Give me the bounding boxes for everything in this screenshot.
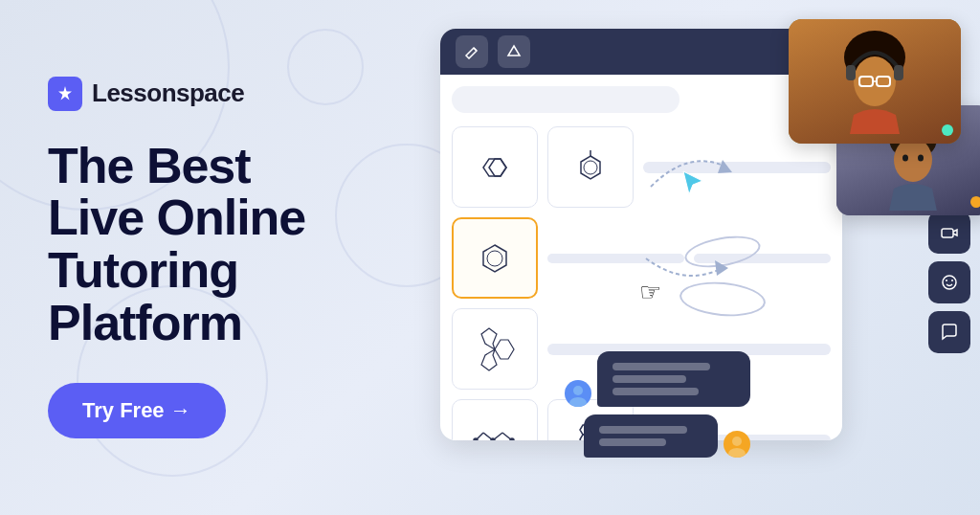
svg-point-27 (728, 448, 746, 458)
cell-molecule-5 (452, 399, 538, 440)
chat-line-2 (612, 375, 686, 383)
star-icon (55, 83, 76, 104)
svg-marker-9 (481, 349, 497, 370)
chat-line-3 (612, 388, 699, 395)
svg-marker-1 (508, 46, 520, 56)
svg-rect-31 (894, 65, 903, 80)
svg-rect-41 (942, 229, 953, 237)
svg-point-42 (943, 276, 956, 289)
chat-toolbar-btn[interactable] (928, 311, 970, 353)
headline-line2: Live Online (48, 190, 305, 245)
svg-point-36 (894, 138, 932, 182)
cursor-arrow-icon (679, 168, 706, 194)
svg-marker-8 (481, 328, 497, 349)
headline: The Best Live Online Tutoring Platform (48, 140, 335, 348)
svg-point-43 (946, 280, 947, 281)
emoji-toolbar-btn[interactable] (928, 261, 970, 303)
headline-line4: Platform (48, 295, 242, 350)
page-container: Lessonspace The Best Live Online Tutorin… (0, 0, 980, 515)
svg-point-26 (732, 437, 742, 446)
camera-toolbar-btn[interactable] (928, 212, 970, 254)
chat-icon (941, 324, 958, 341)
online-status-dot (942, 124, 953, 136)
svg-point-38 (918, 155, 924, 162)
cell-molecule-1 (452, 126, 538, 208)
svg-point-44 (951, 280, 953, 281)
chat-bubble-content-2 (584, 414, 718, 458)
student-status-dot (970, 196, 980, 208)
chat-line-5 (599, 438, 666, 446)
shapes-tool-btn[interactable] (498, 35, 530, 68)
svg-point-25 (569, 397, 587, 407)
chat-bubble-1 (565, 351, 750, 407)
video-face-1 (789, 19, 961, 144)
video-card-teacher (789, 19, 961, 144)
cell-molecule-4 (452, 308, 538, 390)
svg-marker-23 (715, 260, 728, 276)
molecule-5-icon (472, 417, 518, 441)
svg-point-14 (474, 438, 478, 441)
cta-label: Try Free → (82, 398, 191, 423)
svg-marker-22 (718, 160, 732, 173)
emoji-icon (941, 274, 958, 291)
chat-avatar-2 (724, 431, 750, 458)
molecule-4-icon (472, 326, 518, 372)
svg-point-15 (491, 438, 495, 441)
shapes-icon (506, 44, 522, 59)
avatar-1-icon (565, 380, 591, 407)
chat-line-1 (612, 363, 710, 370)
camera-icon (941, 224, 958, 241)
svg-point-16 (510, 438, 514, 441)
logo-text: Lessonspace (92, 78, 244, 108)
chat-area (565, 351, 750, 458)
left-panel: Lessonspace The Best Live Online Tutorin… (0, 38, 383, 477)
search-bar (452, 86, 679, 113)
headline-line3: Tutoring (48, 242, 238, 298)
molecule-1-icon (472, 145, 518, 190)
molecule-3-icon (472, 235, 518, 281)
svg-marker-21 (683, 171, 702, 194)
svg-point-37 (902, 155, 908, 162)
logo-icon-box (48, 77, 82, 111)
svg-marker-7 (495, 340, 514, 359)
logo-row: Lessonspace (48, 77, 335, 111)
avatar-2-icon (724, 431, 750, 458)
cell-molecule-highlighted (452, 217, 538, 299)
mockup-topbar (440, 29, 842, 75)
right-panel: ☞ (383, 0, 980, 515)
chat-line-4 (599, 426, 687, 434)
headline-line1: The Best (48, 138, 251, 193)
svg-point-6 (487, 251, 502, 266)
cta-button[interactable]: Try Free → (48, 383, 226, 438)
cell-molecule-2 (547, 126, 634, 208)
molecule-2-icon (568, 145, 613, 190)
pencil-icon (464, 44, 479, 59)
chat-bubble-2 (584, 414, 750, 458)
draw-tool-btn[interactable] (456, 35, 488, 68)
svg-point-3 (584, 161, 597, 174)
chat-bubble-content-1 (597, 351, 750, 407)
arrow-cursor (679, 168, 706, 198)
svg-rect-30 (846, 65, 856, 80)
chat-avatar-1 (565, 380, 591, 407)
svg-point-0 (62, 91, 68, 97)
hand-cursor: ☞ (639, 278, 661, 307)
face-1-icon (817, 29, 932, 134)
svg-point-24 (573, 386, 583, 395)
